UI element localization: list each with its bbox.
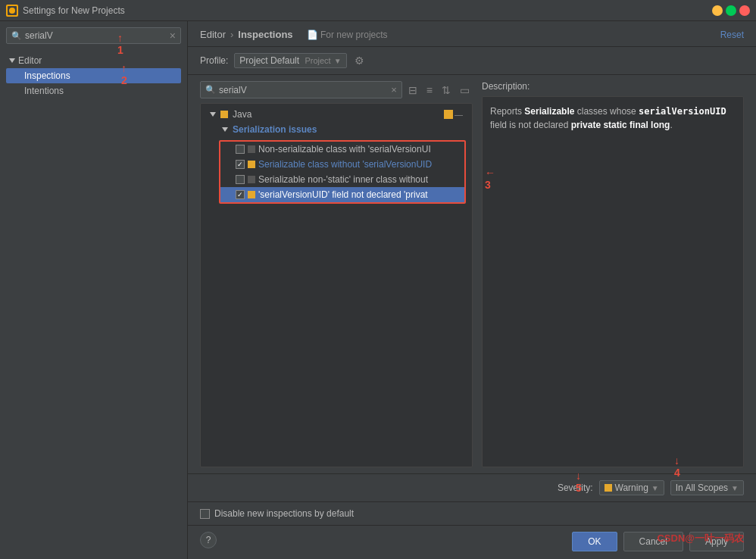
desc-text: Reports Serializable classes whose seria…	[490, 106, 726, 130]
inspection-search-box[interactable]: 🔍 ×	[200, 81, 402, 98]
serialization-subgroup: Serialization issues Non-serializable cl…	[207, 122, 466, 204]
bottom-area: Disable new inspections by default	[188, 501, 756, 525]
item-color-serializable-without-uid	[248, 161, 255, 168]
breadcrumb-parent: Editor	[200, 29, 226, 40]
expand-icon-button[interactable]: ≡	[423, 83, 436, 98]
content-header: Editor › Inspections 📄 For new projects …	[188, 21, 756, 47]
scope-dropdown-arrow-icon: ▼	[731, 484, 739, 492]
profile-bar: Profile: Project Default Project ▼ ⚙	[188, 47, 756, 75]
disable-inspections-label: Disable new inspections by default	[214, 508, 354, 519]
sidebar-search-clear-icon[interactable]: ×	[170, 30, 176, 41]
item-color-non-static-inner	[248, 176, 255, 183]
app-icon	[6, 5, 18, 17]
window-title: Settings for New Projects	[23, 5, 712, 16]
item-label-uid-not-private: 'serialVersionUID' field not declared 'p…	[258, 189, 428, 200]
sidebar-item-intentions[interactable]: Intentions	[6, 83, 181, 98]
severity-dropdown[interactable]: Warning ▼	[599, 480, 664, 495]
sidebar-search-box[interactable]: 🔍 ×	[6, 27, 181, 44]
item-checkbox-serializable-without-uid[interactable]: ✓	[236, 160, 245, 169]
java-collapse-icon: —	[455, 110, 463, 119]
window-controls	[712, 5, 750, 16]
document-icon: 📄	[307, 30, 318, 40]
maximize-button[interactable]	[726, 5, 736, 16]
tree-item-non-serializable[interactable]: Non-serializable class with 'serialVersi…	[220, 142, 464, 157]
item-checkbox-uid-not-private[interactable]: ✓	[236, 190, 245, 199]
tree-item-serializable-without-uid[interactable]: ✓ Serializable class without 'serialVers…	[220, 157, 464, 172]
item-checkbox-non-serializable[interactable]	[236, 145, 245, 154]
java-group-label: Java	[233, 109, 251, 120]
sidebar-search-icon: 🔍	[11, 31, 22, 41]
inspection-content: 🔍 × ⊟ ≡ ⇅ ▭ Java	[188, 75, 756, 473]
profile-selected-text: Project Default Project	[239, 55, 330, 66]
item-color-uid-not-private	[248, 191, 255, 198]
profile-dropdown[interactable]: Project Default Project ▼	[234, 53, 346, 68]
disable-inspections-checkbox-wrap[interactable]: Disable new inspections by default	[200, 508, 354, 519]
filter-icon-button[interactable]: ⊟	[405, 83, 420, 98]
item-label-serializable-without-uid: Serializable class without 'serialVersio…	[258, 159, 432, 170]
inspection-list-panel: 🔍 × ⊟ ≡ ⇅ ▭ Java	[200, 81, 473, 467]
sidebar-group-arrow-icon	[9, 58, 15, 63]
sidebar-group-editor[interactable]: Editor	[6, 53, 181, 68]
svg-point-1	[9, 8, 15, 14]
sidebar-section-editor: Editor Inspections Intentions	[0, 50, 187, 101]
serialization-group-label: Serialization issues	[233, 124, 317, 135]
severity-dropdown-arrow-icon: ▼	[651, 484, 659, 492]
sidebar-search-input[interactable]	[25, 30, 170, 41]
profile-label: Profile:	[200, 55, 228, 66]
inspection-toolbar: 🔍 × ⊟ ≡ ⇅ ▭	[200, 81, 473, 98]
titlebar: Settings for New Projects	[0, 0, 756, 21]
ok-button[interactable]: OK	[572, 532, 617, 551]
item-checkbox-non-static-inner[interactable]	[236, 175, 245, 184]
severity-bar: Severity: Warning ▼ In All Scopes ▼	[188, 473, 756, 501]
collapse-icon-button[interactable]: ⇅	[439, 83, 454, 98]
tree-item-uid-not-private[interactable]: ✓ 'serialVersionUID' field not declared …	[220, 187, 464, 202]
java-color-indicator	[220, 111, 228, 118]
profile-dropdown-arrow-icon: ▼	[334, 57, 342, 65]
inspection-tree[interactable]: Java — Serialization issues	[200, 103, 473, 467]
layout-icon-button[interactable]: ▭	[457, 83, 473, 98]
apply-button[interactable]: Apply	[689, 532, 744, 551]
severity-value-text: Warning	[615, 482, 648, 493]
tree-item-non-static-inner[interactable]: Serializable non-'static' inner class wi…	[220, 172, 464, 187]
scope-dropdown[interactable]: In All Scopes ▼	[670, 480, 744, 495]
sidebar: 🔍 × Editor Inspections Intentions	[0, 21, 188, 559]
main-container: 🔍 × Editor Inspections Intentions Editor…	[0, 21, 756, 559]
item-label-non-serializable: Non-serializable class with 'serialVersi…	[258, 144, 431, 155]
java-group-header[interactable]: Java —	[207, 107, 466, 122]
description-label: Description:	[482, 81, 744, 92]
severity-color-indicator	[604, 484, 612, 492]
cancel-button[interactable]: Cancel	[623, 532, 683, 551]
close-button[interactable]	[739, 5, 750, 16]
scope-value-text: In All Scopes	[676, 482, 728, 493]
minimize-button[interactable]	[712, 5, 723, 16]
breadcrumb-separator: ›	[230, 29, 233, 40]
serialization-items-highlight: Non-serializable class with 'serialVersi…	[219, 140, 466, 204]
disable-inspections-checkbox[interactable]	[200, 509, 210, 519]
item-color-non-serializable	[248, 145, 255, 153]
serialization-expand-icon	[222, 127, 228, 132]
footer: ? OK Cancel Apply	[188, 525, 756, 559]
inspection-search-input[interactable]	[219, 85, 391, 95]
item-label-non-static-inner: Serializable non-'static' inner class wi…	[258, 174, 428, 185]
insp-search-clear-icon[interactable]: ×	[391, 84, 397, 95]
severity-label: Severity:	[558, 482, 593, 493]
java-group-controls: —	[444, 110, 463, 119]
java-color-box	[444, 110, 453, 119]
description-panel: Description: Reports Serializable classe…	[482, 81, 744, 467]
sidebar-item-inspections[interactable]: Inspections	[6, 68, 181, 83]
sidebar-group-editor-label: Editor	[18, 55, 42, 66]
insp-search-icon: 🔍	[205, 85, 216, 95]
help-icon-button[interactable]: ?	[200, 532, 217, 548]
java-group: Java — Serialization issues	[201, 104, 472, 210]
breadcrumb: Editor › Inspections 📄 For new projects	[200, 29, 388, 40]
subtitle-for-new-projects: 📄 For new projects	[307, 30, 388, 40]
gear-icon[interactable]: ⚙	[355, 55, 364, 67]
java-group-expand-icon	[210, 112, 216, 117]
serialization-group-header[interactable]: Serialization issues	[219, 122, 466, 137]
content-panel: Editor › Inspections 📄 For new projects …	[188, 21, 756, 559]
description-content: Reports Serializable classes whose seria…	[482, 96, 744, 467]
reset-button[interactable]: Reset	[720, 30, 744, 40]
breadcrumb-current: Inspections	[238, 29, 292, 40]
